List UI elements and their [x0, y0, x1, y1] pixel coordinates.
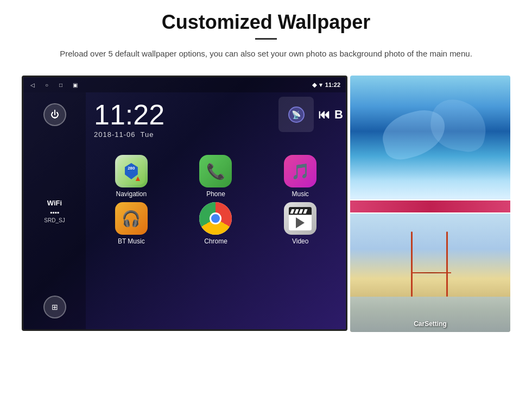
chrome-icon	[199, 202, 232, 235]
status-bar: ◁ ○ □ ▣ ◆ ▾ 11:22	[23, 77, 346, 92]
wifi-ssid: SRD_SJ	[44, 217, 65, 223]
play-icon	[296, 217, 305, 228]
btmusic-label: BT Music	[118, 237, 145, 245]
title-divider	[255, 38, 277, 40]
page-title: Customized Wallpaper	[33, 11, 499, 34]
media-icon-box: 📡	[278, 97, 314, 132]
app-grid: 280 ▲ Navigation 📞 Phone	[91, 155, 340, 245]
page-subtitle: Preload over 5 default wallpaper options…	[54, 47, 478, 60]
status-time: 11:22	[325, 82, 340, 88]
wifi-label: WiFi	[44, 199, 65, 207]
chrome-circle	[199, 202, 232, 235]
wifi-status-icon: ▾	[319, 82, 322, 89]
device-sidebar: ⏻ WiFi ▪▪▪▪ SRD_SJ ⊞	[23, 92, 86, 329]
grid-button[interactable]: ⊞	[43, 296, 66, 318]
wallpaper-ice[interactable]	[350, 76, 510, 199]
page-header: Customized Wallpaper Preload over 5 defa…	[0, 0, 532, 66]
top-right-media: 📡 ⏮ B	[278, 97, 343, 132]
music-icon: 🎵	[284, 155, 316, 187]
video-label: Video	[292, 237, 308, 245]
chrome-inner-circle	[210, 212, 221, 224]
status-bar-left: ◁ ○ □ ▣	[29, 81, 79, 89]
app-item-music[interactable]: 🎵 Music	[260, 155, 340, 198]
btmusic-icon: 🎧	[115, 202, 148, 235]
content-area: ◁ ○ □ ▣ ◆ ▾ 11:22 ⏻ WiFi ▪▪▪▪ SRD_SJ ⊞	[0, 66, 532, 332]
navigation-label: Navigation	[116, 190, 147, 198]
app-item-phone[interactable]: 📞 Phone	[176, 155, 256, 198]
clapper-top	[289, 207, 312, 215]
wallpaper-strip	[350, 201, 510, 212]
nav-screenshot-btn[interactable]: ▣	[71, 81, 79, 89]
media-signal-icon: 📡	[288, 107, 305, 123]
power-button[interactable]: ⏻	[43, 103, 66, 126]
phone-label: Phone	[206, 190, 225, 198]
nav-home-btn[interactable]: ○	[43, 81, 50, 89]
app-item-btmusic[interactable]: 🎧 BT Music	[91, 202, 172, 245]
clapper-body	[289, 215, 312, 230]
phone-icon: 📞	[199, 155, 232, 187]
app-item-navigation[interactable]: 280 ▲ Navigation	[91, 155, 172, 198]
app-item-chrome[interactable]: Chrome	[176, 202, 256, 245]
wifi-bars-icon: ▪▪▪▪	[44, 209, 65, 216]
app-item-video[interactable]: Video	[260, 202, 340, 245]
wifi-info: WiFi ▪▪▪▪ SRD_SJ	[44, 199, 65, 223]
nav-back-btn[interactable]: ◁	[29, 81, 36, 89]
device-main: 11:22 2018-11-06 Tue 📡 ⏮ B	[86, 92, 346, 329]
location-icon: ◆	[312, 82, 316, 89]
music-label: Music	[292, 190, 308, 198]
status-bar-right: ◆ ▾ 11:22	[312, 82, 340, 89]
chrome-label: Chrome	[204, 237, 227, 245]
wallpaper-bridge[interactable]: CarSetting	[350, 214, 510, 332]
navigation-icon: 280 ▲	[115, 155, 148, 187]
wallpaper-panel: CarSetting	[350, 76, 510, 332]
video-icon	[284, 202, 316, 235]
skip-prev-icon[interactable]: ⏮	[318, 108, 330, 122]
carsetting-label: CarSetting	[414, 320, 447, 328]
device-screen: ◁ ○ □ ▣ ◆ ▾ 11:22 ⏻ WiFi ▪▪▪▪ SRD_SJ ⊞	[22, 76, 347, 331]
bold-b-label: B	[334, 108, 343, 122]
nav-square-btn[interactable]: □	[57, 81, 65, 89]
